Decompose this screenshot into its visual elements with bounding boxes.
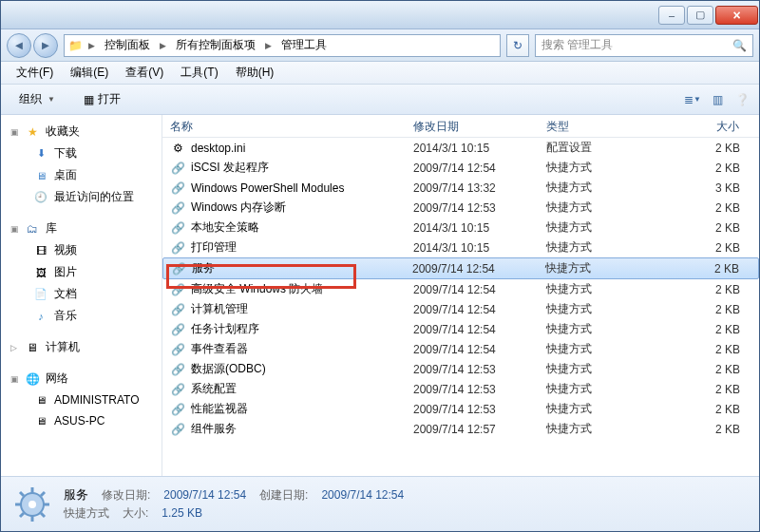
- file-row[interactable]: 🔗Windows PowerShell Modules2009/7/14 13:…: [162, 178, 759, 198]
- file-row[interactable]: 🔗系统配置2009/7/14 12:53快捷方式2 KB: [162, 379, 759, 399]
- file-icon: 🔗: [170, 282, 185, 297]
- search-input[interactable]: 搜索 管理工具 🔍: [535, 34, 753, 57]
- minimize-button[interactable]: –: [658, 6, 685, 25]
- sidebar-network-pc[interactable]: 🖥ASUS-PC: [1, 410, 162, 431]
- sidebar-pictures[interactable]: 🖼图片: [1, 261, 162, 283]
- file-name: desktop.ini: [191, 142, 245, 155]
- file-icon: 🔗: [170, 180, 185, 196]
- menu-file[interactable]: 文件(F): [9, 62, 61, 84]
- nav-back-button[interactable]: ◄: [7, 33, 31, 58]
- file-icon: 🔗: [170, 382, 185, 397]
- sidebar-favorites[interactable]: ▣★收藏夹: [1, 121, 162, 142]
- sidebar-desktop[interactable]: 🖥桌面: [1, 164, 162, 186]
- file-row[interactable]: 🔗iSCSI 发起程序2009/7/14 12:54快捷方式2 KB: [162, 158, 759, 178]
- file-row[interactable]: 🔗性能监视器2009/7/14 12:53快捷方式2 KB: [162, 399, 759, 419]
- gear-icon: [12, 484, 52, 524]
- file-name: 高级安全 Windows 防火墙: [191, 281, 323, 297]
- sidebar-recent[interactable]: 🕘最近访问的位置: [1, 186, 162, 208]
- file-icon: 🔗: [170, 220, 185, 236]
- arrow-left-icon: ◄: [13, 38, 26, 52]
- music-icon: ♪: [33, 309, 48, 324]
- sidebar-documents[interactable]: 📄文档: [1, 283, 162, 305]
- file-row[interactable]: 🔗组件服务2009/7/14 12:57快捷方式2 KB: [162, 419, 759, 439]
- preview-pane-button[interactable]: ▥: [708, 90, 727, 109]
- sidebar-network[interactable]: ▣🌐网络: [1, 368, 162, 390]
- sidebar-computer[interactable]: ▷🖥计算机: [1, 336, 162, 358]
- menu-edit[interactable]: 编辑(E): [63, 62, 116, 84]
- file-icon: 🔗: [170, 200, 185, 216]
- file-row[interactable]: 🔗Windows 内存诊断2009/7/14 12:53快捷方式2 KB: [162, 198, 759, 218]
- file-date: 2009/7/14 12:54: [406, 162, 539, 175]
- refresh-button[interactable]: ↻: [506, 34, 529, 57]
- file-row[interactable]: 🔗服务2009/7/14 12:54快捷方式2 KB: [162, 257, 759, 279]
- file-icon: 🔗: [170, 362, 185, 377]
- chevron-right-icon[interactable]: ▶: [86, 41, 97, 50]
- file-name: iSCSI 发起程序: [191, 160, 269, 176]
- svg-point-1: [28, 501, 36, 508]
- minimize-icon: –: [669, 10, 674, 21]
- sidebar-downloads[interactable]: ⬇下载: [1, 142, 162, 164]
- column-name[interactable]: 名称: [162, 115, 406, 137]
- file-type: 快捷方式: [539, 239, 672, 256]
- file-type: 快捷方式: [539, 180, 672, 196]
- breadcrumb-item[interactable]: 控制面板: [101, 35, 154, 55]
- file-size: 2 KB: [672, 283, 759, 296]
- column-date[interactable]: 修改日期: [406, 115, 539, 137]
- file-date: 2009/7/14 12:54: [406, 283, 539, 296]
- chevron-right-icon[interactable]: ▶: [158, 41, 168, 50]
- file-size: 2 KB: [672, 363, 759, 376]
- file-type: 快捷方式: [539, 301, 672, 317]
- file-row[interactable]: 🔗事件查看器2009/7/14 12:54快捷方式2 KB: [162, 339, 759, 359]
- close-button[interactable]: ×: [715, 6, 758, 25]
- file-size: 2 KB: [672, 162, 759, 175]
- view-options-button[interactable]: ≣▼: [683, 90, 702, 109]
- file-row[interactable]: 🔗本地安全策略2014/3/1 10:15快捷方式2 KB: [162, 218, 759, 238]
- file-date: 2009/7/14 12:53: [406, 363, 539, 376]
- file-icon: 🔗: [171, 261, 186, 276]
- sidebar-music[interactable]: ♪音乐: [1, 305, 162, 327]
- help-button[interactable]: ❔: [732, 90, 751, 109]
- sidebar-libraries[interactable]: ▣🗂库: [1, 218, 162, 239]
- file-type: 快捷方式: [539, 219, 672, 236]
- file-type: 快捷方式: [538, 260, 671, 276]
- open-button[interactable]: ▦打开: [73, 86, 131, 112]
- file-name: 性能监视器: [191, 401, 248, 417]
- file-name: Windows PowerShell Modules: [191, 181, 344, 195]
- file-date: 2009/7/14 12:54: [405, 262, 538, 276]
- file-row[interactable]: 🔗数据源(ODBC)2009/7/14 12:53快捷方式2 KB: [162, 359, 759, 379]
- maximize-button[interactable]: ▢: [687, 6, 713, 25]
- file-date: 2009/7/14 12:53: [406, 201, 539, 215]
- column-size[interactable]: 大小: [672, 115, 759, 137]
- menu-help[interactable]: 帮助(H): [228, 62, 282, 84]
- menu-tools[interactable]: 工具(T): [173, 62, 225, 84]
- file-row[interactable]: 🔗计算机管理2009/7/14 12:54快捷方式2 KB: [162, 299, 759, 319]
- file-row[interactable]: 🔗打印管理2014/3/1 10:15快捷方式2 KB: [162, 238, 759, 257]
- file-icon: 🔗: [170, 322, 185, 337]
- details-mod-label: 修改日期:: [102, 487, 150, 504]
- breadcrumb-item[interactable]: 所有控制面板项: [172, 35, 259, 55]
- window-titlebar[interactable]: – ▢ ×: [1, 1, 759, 29]
- file-row[interactable]: ⚙desktop.ini2014/3/1 10:15配置设置2 KB: [162, 138, 759, 158]
- sidebar-videos[interactable]: 🎞视频: [1, 239, 162, 261]
- breadcrumb-bar[interactable]: 📁 ▶ 控制面板 ▶ 所有控制面板项 ▶ 管理工具: [64, 34, 501, 57]
- video-icon: 🎞: [33, 243, 48, 258]
- address-bar: ◄ ► 📁 ▶ 控制面板 ▶ 所有控制面板项 ▶ 管理工具 ↻ 搜索 管理工具 …: [1, 29, 759, 62]
- breadcrumb-item[interactable]: 管理工具: [277, 35, 331, 55]
- file-row[interactable]: 🔗高级安全 Windows 防火墙2009/7/14 12:54快捷方式2 KB: [162, 279, 759, 299]
- collapse-icon: ▣: [10, 127, 19, 136]
- menu-view[interactable]: 查看(V): [118, 62, 171, 84]
- column-type[interactable]: 类型: [539, 115, 672, 137]
- download-icon: ⬇: [33, 146, 48, 162]
- sidebar-network-pc[interactable]: 🖥ADMINISTRATO: [1, 390, 162, 410]
- content-body: ▣★收藏夹 ⬇下载 🖥桌面 🕘最近访问的位置 ▣🗂库 🎞视频 🖼图片 📄文档 ♪…: [1, 115, 759, 476]
- organize-button[interactable]: 组织▼: [9, 86, 66, 112]
- details-pane: 服务 修改日期: 2009/7/14 12:54 创建日期: 2009/7/14…: [1, 476, 759, 531]
- refresh-icon: ↻: [513, 39, 522, 52]
- nav-forward-button[interactable]: ►: [33, 33, 58, 58]
- file-row[interactable]: 🔗任务计划程序2009/7/14 12:54快捷方式2 KB: [162, 319, 759, 339]
- file-date: 2009/7/14 12:53: [406, 383, 539, 396]
- file-name: 计算机管理: [191, 301, 248, 317]
- pc-icon: 🖥: [33, 413, 48, 428]
- chevron-right-icon[interactable]: ▶: [263, 41, 274, 50]
- file-size: 2 KB: [672, 241, 759, 255]
